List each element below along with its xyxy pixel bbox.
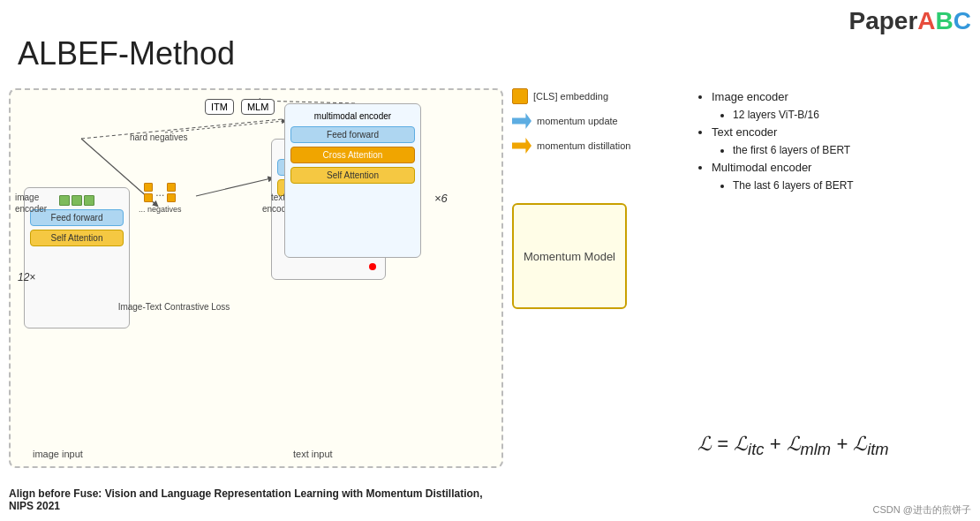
header-a: A — [917, 7, 935, 34]
multimodal-x6: ×6 — [434, 192, 448, 205]
cube-green — [59, 195, 70, 206]
momentum-model-text: Momentum Model — [524, 250, 615, 263]
cross-attention: Cross Attention — [290, 147, 415, 163]
text-input-label: text input — [293, 449, 333, 459]
neg-cube3 — [167, 183, 176, 192]
formula: ℒ = ℒitc + ℒmlm + ℒitm — [697, 433, 889, 459]
legend-momentum-update-text: momentum update — [537, 116, 618, 126]
cube-green3 — [84, 195, 94, 206]
footer: CSDN @进击的煎饼子 — [873, 503, 971, 517]
itm-mlm-area: ITM MLM — [205, 99, 275, 115]
neg-cube4 — [167, 193, 176, 202]
itm-button: ITM — [205, 99, 234, 115]
legend-cls-text: [CLS] embedding — [533, 91, 608, 102]
red-dot — [369, 263, 376, 270]
header-b: B — [936, 7, 954, 34]
legend-momentum-distill-text: momentum distillation — [537, 140, 630, 151]
feed-forward-multi: Feed forward — [290, 126, 415, 143]
neg-cube2 — [144, 193, 153, 202]
image-text-loss-label: Image-Text Contrastive Loss — [117, 302, 231, 312]
bullet-points: Image encoder 12 layers ViT-B/16 Text en… — [697, 88, 854, 194]
mlm-button: MLM — [241, 99, 275, 115]
hard-negatives-label: hard negatives — [130, 132, 188, 142]
multimodal-encoder-label: multimodal encoder — [290, 111, 415, 121]
info-panel: [CLS] embedding momentum update momentum… — [512, 88, 971, 468]
image-encoder-multiplier: 12× — [18, 271, 35, 283]
caption: Align before Fuse: Vision and Language R… — [9, 487, 486, 512]
bullet-image-encoder: Image encoder 12 layers ViT-B/16 — [712, 88, 854, 124]
legend-cls: [CLS] embedding — [512, 88, 689, 104]
self-attention-multi: Self Attention — [290, 167, 415, 184]
negatives-label: ... negatives — [139, 205, 182, 214]
page-title: ALBEF-Method — [18, 35, 235, 72]
svg-line-3 — [196, 178, 271, 196]
multimodal-encoder-box: multimodal encoder Feed forward Cross At… — [284, 103, 421, 258]
header-c: C — [954, 7, 971, 34]
momentum-model-box: Momentum Model — [512, 203, 627, 309]
bullet-text-encoder-sub: the first 6 layers of BERT — [733, 142, 854, 159]
header-paper: Paper — [848, 7, 917, 34]
legend-momentum-distill: momentum distillation — [512, 138, 689, 154]
diagram-container: Feed forward Self Attention 12× image en… — [9, 88, 503, 468]
bullet-text-encoder: Text encoder the first 6 layers of BERT — [712, 124, 854, 159]
legend-cls-icon — [512, 88, 528, 104]
self-attention-left: Self Attention — [30, 230, 124, 246]
bullet-multimodal-encoder-sub: The last 6 layers of BERT — [733, 177, 854, 194]
bullet-multimodal-encoder: Multimodal encoder The last 6 layers of … — [712, 159, 854, 194]
image-encoder-label: image encoder — [15, 192, 28, 215]
svg-line-7 — [165, 121, 284, 132]
negatives-area: ... ... negatives — [139, 183, 182, 214]
legend: [CLS] embedding momentum update momentum… — [512, 88, 689, 162]
legend-momentum-update: momentum update — [512, 113, 689, 129]
cube-green2 — [72, 195, 82, 206]
legend-momentum-update-icon — [512, 113, 531, 129]
neg-cube1 — [144, 183, 153, 192]
header-logo: PaperABC — [848, 7, 971, 35]
image-input-label: image input — [33, 449, 83, 459]
legend-momentum-distill-icon — [512, 138, 531, 154]
bullet-image-encoder-sub: 12 layers ViT-B/16 — [733, 107, 854, 124]
